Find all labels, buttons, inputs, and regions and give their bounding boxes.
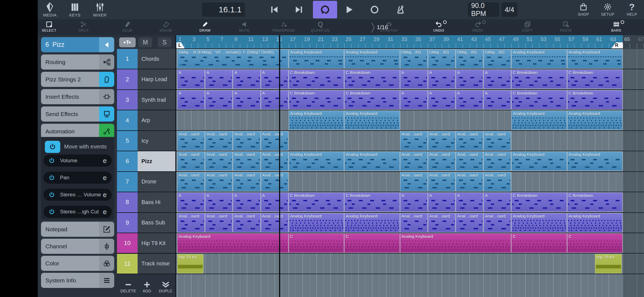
clip[interactable]: Anal…oard <box>205 152 233 171</box>
selected-track-header[interactable]: 6 Pizz <box>41 37 114 52</box>
clip[interactable]: Hip T9 Kit <box>595 254 622 273</box>
inspector-item-channel[interactable]: Channel <box>41 239 114 254</box>
clip[interactable]: C Breakdown <box>567 193 623 212</box>
clip[interactable]: A <box>456 90 483 109</box>
timeline-ruler[interactable]: 1357911131517192123252729313335373941434… <box>176 35 644 49</box>
record-button[interactable] <box>366 1 383 18</box>
loop-button[interactable] <box>313 1 337 18</box>
routing-icon[interactable] <box>99 54 114 70</box>
clip[interactable]: A <box>177 90 205 109</box>
power-icon[interactable] <box>48 174 55 181</box>
clip[interactable]: A <box>484 70 511 89</box>
solo-all-button[interactable]: S <box>158 37 171 47</box>
clip[interactable]: Analog Keyboard <box>177 233 288 253</box>
clip[interactable]: Anal…oard <box>205 172 233 191</box>
clip[interactable]: A <box>428 193 455 212</box>
clip[interactable]: A <box>205 90 233 109</box>
clip[interactable]: A <box>456 193 483 212</box>
clip[interactable]: A <box>205 70 233 89</box>
help-button[interactable]: ?HELP <box>622 1 642 20</box>
loop-start-marker[interactable]: L <box>176 42 185 48</box>
clip[interactable]: Anal…oard <box>177 172 205 191</box>
clip[interactable]: Analog Keyboard <box>289 111 344 130</box>
duplicate-track-button[interactable]: DUPLC <box>157 281 175 297</box>
clip[interactable]: C Breakdown <box>567 70 623 89</box>
clip[interactable]: Analog Keyboard <box>511 111 567 130</box>
track-row-2[interactable]: 2Harp Lead <box>117 69 175 90</box>
arrangement-track-lane-1[interactable]: DMaj – III (F#Maj) - VII …romatic)- I⁷ (… <box>176 49 644 69</box>
clip[interactable]: C Breakdown <box>567 90 623 109</box>
collapse-inspector-icon[interactable] <box>99 37 114 52</box>
automation-lane-volume[interactable]: Volumee <box>43 155 112 167</box>
track-row-9[interactable]: 9Bass Sub <box>117 213 175 233</box>
shop-button[interactable]: SHOP <box>573 1 594 20</box>
clip[interactable]: A <box>177 193 205 212</box>
clip[interactable]: C Breakdown <box>344 193 400 212</box>
loop-end-marker[interactable]: R <box>611 42 623 48</box>
clip[interactable]: Anal…oard <box>428 213 455 232</box>
automation-lane-stereo-volume[interactable]: Stereo … Volumee <box>43 189 112 201</box>
channel-icon[interactable] <box>99 239 114 254</box>
arrangement-track-lane-3[interactable]: AAAAC BreakdownC BreakdownAAAAC Breakdow… <box>176 90 644 110</box>
clip[interactable]: DMaj…it5) <box>484 49 511 68</box>
bpm-display[interactable]: 90.0 BPM <box>468 2 499 17</box>
quantize-tool-button[interactable]: QQUANTIZE <box>305 19 335 35</box>
clip[interactable]: Anal…oard <box>233 152 260 171</box>
clip[interactable]: A <box>261 70 288 89</box>
power-icon[interactable] <box>48 191 55 198</box>
clip[interactable]: Analog Keyboard <box>511 213 567 232</box>
clip[interactable]: DMaj…it5) <box>428 49 455 68</box>
track-row-4[interactable]: 4Arp <box>117 110 175 131</box>
media-button[interactable]: MEDIA <box>39 1 60 20</box>
clip[interactable]: Anal…oard <box>456 131 483 150</box>
automation-lane-stereo-igh-cut[interactable]: Stereo …igh Cute <box>43 206 112 218</box>
arrangement-track-lane-9[interactable]: Anal…oardAnal…oardAnal…oardAnal…oardAnal… <box>176 213 644 233</box>
automation-icon[interactable] <box>99 124 114 139</box>
clip[interactable]: C Breakdown <box>344 70 400 89</box>
clip[interactable]: C Breakdown <box>511 70 567 89</box>
clip[interactable]: Analog Keyboard <box>289 152 344 171</box>
clip[interactable]: A <box>456 70 483 89</box>
clip[interactable]: A <box>400 90 428 109</box>
clip[interactable]: A <box>428 70 455 89</box>
copy-tool-button[interactable]: COPY <box>512 19 542 35</box>
clip[interactable]: Anal…oard <box>261 152 288 171</box>
arrangement-track-lane-4[interactable]: Analog KeyboardAnalog KeyboardAnalog Key… <box>176 110 644 131</box>
erase-tool-button[interactable]: ERASE <box>151 19 181 35</box>
track-row-6[interactable]: 6Pizz <box>117 151 175 172</box>
clip[interactable]: A <box>484 193 511 212</box>
draw-tool-button[interactable]: DRAW <box>190 19 220 35</box>
edit-lane-icon[interactable]: e <box>103 191 107 199</box>
clip[interactable]: Analog Keyboard <box>400 233 511 253</box>
clip[interactable]: Anal…oard <box>205 131 233 150</box>
clip[interactable]: Anal…oard <box>177 152 205 171</box>
stretch-tool-button[interactable]: STRETCH <box>374 19 404 35</box>
transpose-tool-button[interactable]: TRANSPOSE <box>268 19 299 35</box>
arrangement-track-lane-10[interactable]: Analog KeyboardCCAnalog KeyboardCC <box>176 233 644 254</box>
arrangement-track-lane-6[interactable]: Anal…oardAnal…oardAnal…oardAnal…oardAnal… <box>176 151 644 172</box>
bars-tool-button[interactable]: BARS <box>601 19 631 35</box>
clip[interactable]: Anal…oard <box>261 172 288 191</box>
clip[interactable]: A <box>261 90 288 109</box>
clip[interactable]: Anal…oard <box>428 152 455 171</box>
clip[interactable]: Analog Keyboard <box>344 49 400 68</box>
redo-tool-button[interactable]: REDO <box>463 19 493 35</box>
sysinfo-icon[interactable] <box>99 273 114 288</box>
arrangement-track-lane-11[interactable]: Hip T9 KitHip T9 Kit <box>176 254 644 274</box>
inspector-item-color[interactable]: Color <box>41 256 114 271</box>
inspector-item-notepad[interactable]: Notepad <box>41 222 114 237</box>
split-tool-button[interactable]: SPLIT <box>69 19 99 35</box>
clip[interactable]: C Breakdown <box>344 90 400 109</box>
add-track-button[interactable]: ADD <box>138 281 156 297</box>
clip[interactable]: Analog Keyboard <box>289 49 344 68</box>
track-row-3[interactable]: 3Synth trail <box>117 90 175 110</box>
clip[interactable]: A <box>233 90 260 109</box>
clip[interactable]: C Breakdown <box>511 90 567 109</box>
inspector-item-system-info[interactable]: System Info <box>41 273 114 288</box>
clip[interactable]: Anal…oard <box>456 213 483 232</box>
insert-icon[interactable] <box>99 89 114 104</box>
mute-all-button[interactable]: M <box>138 37 152 47</box>
arrangement-track-lane-8[interactable]: AAAAC BreakdownC BreakdownAAAAC Breakdow… <box>176 192 644 213</box>
clip[interactable]: DMaj – III (F#Maj) - VII …romatic)- I⁷ (… <box>177 49 288 68</box>
automation-lane-pan[interactable]: Pane <box>43 172 112 184</box>
